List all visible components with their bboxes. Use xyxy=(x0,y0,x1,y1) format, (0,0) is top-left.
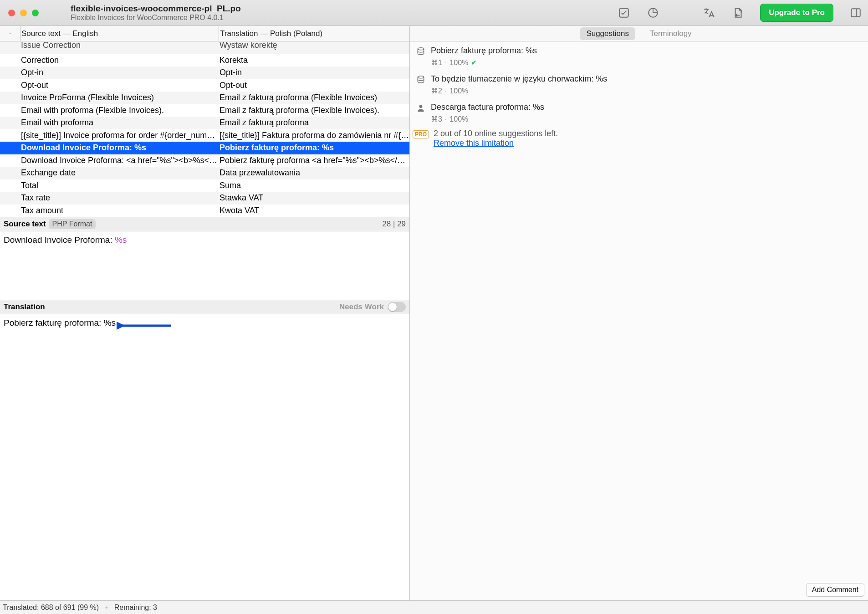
row-source: Email with proforma xyxy=(21,118,219,128)
table-row[interactable]: CorrectionKorekta xyxy=(0,54,409,67)
row-source: Correction xyxy=(21,56,219,65)
row-source: Tax amount xyxy=(21,206,219,215)
table-row[interactable]: Tax rateStawka VAT xyxy=(0,192,409,205)
svg-point-6 xyxy=(419,105,423,108)
tab-terminology[interactable]: Terminology xyxy=(643,27,698,40)
upgrade-button[interactable]: Upgrade to Pro xyxy=(760,4,833,22)
translation-column-header[interactable]: Translation — Polish (Poland) xyxy=(219,26,409,41)
needs-work-label: Needs Work xyxy=(339,302,384,312)
table-row[interactable]: [{site_title}] Invoice proforma for orde… xyxy=(0,129,409,142)
export-icon[interactable] xyxy=(731,6,745,20)
main: · Source text — English Translation — Po… xyxy=(0,26,868,600)
minimize-window-button[interactable] xyxy=(20,10,27,16)
svg-point-5 xyxy=(418,76,424,78)
char-counter: 28 | 29 xyxy=(382,220,406,229)
suggestion-score: 100% xyxy=(449,115,468,123)
translation-placeholder: %s xyxy=(104,318,116,327)
source-column-header[interactable]: Source text — English xyxy=(20,26,219,41)
suggestion-item[interactable]: To będzie tłumaczenie w języku chorwacki… xyxy=(416,74,862,95)
needs-work-toggle[interactable]: Needs Work xyxy=(339,302,406,312)
tab-suggestions[interactable]: Suggestions xyxy=(580,27,635,40)
translation-rows[interactable]: Issue CorrectionWystaw korektęCorrection… xyxy=(0,41,409,217)
translate-icon[interactable] xyxy=(702,6,715,20)
needs-work-switch[interactable] xyxy=(388,302,406,312)
row-source: Download Invoice Proforma: %s xyxy=(21,143,219,153)
suggestion-shortcut: ⌘1 xyxy=(431,58,442,67)
suggestion-item[interactable]: Descarga factura proforma: %s⌘3 · 100% xyxy=(416,102,862,123)
suggestion-meta: ⌘1 · 100% ✔ xyxy=(431,58,862,67)
window-title-block: flexible-invoices-woocommerce-pl_PL.po F… xyxy=(71,4,617,21)
suggestions-list: Pobierz fakturę proforma: %s⌘1 · 100% ✔T… xyxy=(410,41,868,128)
right-sidebar: Suggestions Terminology Pobierz fakturę … xyxy=(410,26,868,600)
row-source: Invoice ProForma (Flexible Invoices) xyxy=(21,93,219,102)
statusbar: Translated: 688 of 691 (99 %) • Remainin… xyxy=(0,600,868,614)
svg-point-4 xyxy=(418,48,424,50)
row-source: Opt-in xyxy=(21,68,219,77)
validate-icon[interactable] xyxy=(617,6,631,20)
add-comment-button[interactable]: Add Comment xyxy=(806,583,864,597)
row-translation: Stawka VAT xyxy=(219,193,409,203)
table-row[interactable]: Opt-outOpt-out xyxy=(0,79,409,92)
database-icon xyxy=(416,46,426,67)
row-translation: Email z fakturą proforma xyxy=(219,118,409,128)
row-source: [{site_title}] Invoice proforma for orde… xyxy=(21,131,219,140)
remove-limitation-link[interactable]: Remove this limitation xyxy=(434,138,514,148)
row-translation: Pobierz fakturę proforma <a href="%s"><b… xyxy=(219,156,409,165)
table-row[interactable]: Download Invoice Proforma: <a href="%s">… xyxy=(0,154,409,167)
row-source: Issue Correction xyxy=(21,41,219,50)
row-source: Email with proforma (Flexible Invoices). xyxy=(21,106,219,115)
suggestion-shortcut: ⌘2 xyxy=(431,87,442,95)
titlebar: flexible-invoices-woocommerce-pl_PL.po F… xyxy=(0,0,868,26)
status-column: · xyxy=(0,29,20,38)
suggestion-meta: ⌘3 · 100% xyxy=(431,115,862,123)
row-translation: Data przewalutowania xyxy=(219,168,409,178)
table-row[interactable]: Email with proforma (Flexible Invoices).… xyxy=(0,104,409,117)
table-row[interactable]: Download Invoice Proforma: %sPobierz fak… xyxy=(0,142,409,154)
source-placeholder: %s xyxy=(115,235,127,245)
stats-icon[interactable] xyxy=(646,6,660,20)
pro-badge: PRO xyxy=(413,130,429,138)
table-row[interactable]: Tax amountKwota VAT xyxy=(0,205,409,217)
arrow-annotation xyxy=(117,320,176,332)
source-pane-label: Source text xyxy=(4,220,46,229)
source-pane-header: Source text PHP Format 28 | 29 xyxy=(0,217,409,231)
svg-rect-2 xyxy=(851,9,860,16)
row-translation: Opt-in xyxy=(219,68,409,77)
table-row[interactable]: Exchange dateData przewalutowania xyxy=(0,167,409,179)
row-translation: Suma xyxy=(219,181,409,190)
person-icon xyxy=(416,102,426,123)
row-source: Exchange date xyxy=(21,168,219,178)
right-tabs: Suggestions Terminology xyxy=(410,26,868,41)
suggestion-title: Descarga factura proforma: %s xyxy=(431,102,862,112)
close-window-button[interactable] xyxy=(8,10,15,16)
row-translation: Kwota VAT xyxy=(219,206,409,215)
suggestion-shortcut: ⌘3 xyxy=(431,115,442,123)
table-row[interactable]: Email with proformaEmail z fakturą profo… xyxy=(0,117,409,129)
row-source: Total xyxy=(21,181,219,190)
table-row[interactable]: Invoice ProForma (Flexible Invoices)Emai… xyxy=(0,92,409,104)
toggle-sidebar-icon[interactable] xyxy=(849,6,863,20)
check-icon: ✔ xyxy=(471,58,477,67)
suggestion-item[interactable]: Pobierz fakturę proforma: %s⌘1 · 100% ✔ xyxy=(416,46,862,67)
window-title: flexible-invoices-woocommerce-pl_PL.po xyxy=(71,4,617,14)
suggestion-score: 100% xyxy=(449,87,468,95)
table-row[interactable]: Issue CorrectionWystaw korektę xyxy=(0,41,409,54)
suggestion-score: 100% xyxy=(449,59,468,67)
maximize-window-button[interactable] xyxy=(32,10,39,16)
translation-text-area[interactable]: Pobierz fakturę proforma: %s xyxy=(0,314,409,600)
table-row[interactable]: Opt-inOpt-in xyxy=(0,67,409,79)
suggestion-meta: ⌘2 · 100% xyxy=(431,87,862,95)
source-text: Download Invoice Proforma: xyxy=(4,235,115,245)
row-source: Tax rate xyxy=(21,193,219,203)
translation-text: Pobierz fakturę proforma: xyxy=(4,318,104,327)
row-source: Download Invoice Proforma: <a href="%s">… xyxy=(21,156,219,165)
pro-limit-notice: PRO 2 out of 10 online suggestions left.… xyxy=(410,128,868,151)
translation-pane-label: Translation xyxy=(4,302,45,312)
table-row[interactable]: TotalSuma xyxy=(0,179,409,192)
status-translated: Translated: 688 of 691 (99 %) xyxy=(3,604,99,612)
toolbar: Upgrade to Pro xyxy=(617,4,863,22)
traffic-lights xyxy=(8,10,39,16)
row-translation: [{site_title}] Faktura proforma do zamów… xyxy=(219,131,409,140)
row-translation: Wystaw korektę xyxy=(219,41,409,50)
row-translation: Opt-out xyxy=(219,81,409,90)
